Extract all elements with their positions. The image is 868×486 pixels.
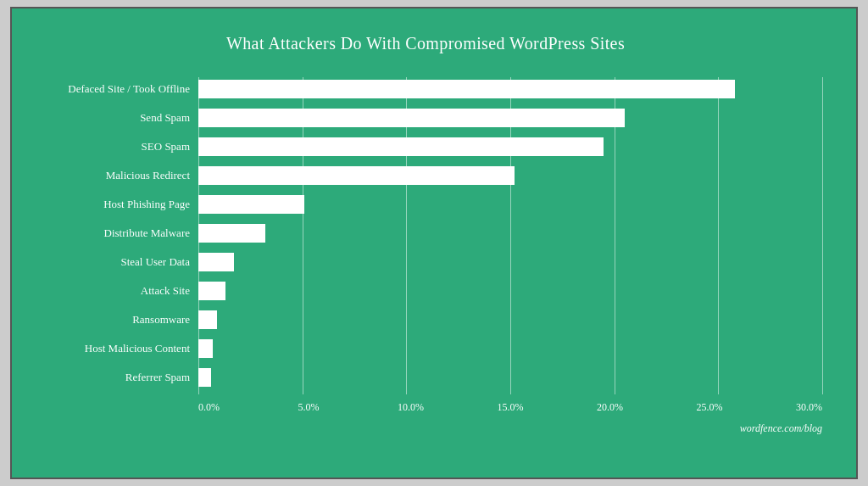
bar (198, 368, 211, 387)
bar (198, 137, 604, 156)
bar (198, 253, 234, 271)
bar (198, 195, 304, 214)
x-tick: 0.0% (198, 401, 298, 414)
bar-label: Send Spam (29, 111, 198, 125)
watermark: wordfence.com/blog (29, 422, 822, 435)
bar-chart: Defaced Site / Took OfflineSend SpamSEO … (29, 77, 822, 389)
bar-row: SEO Spam (29, 135, 822, 159)
bar-row: Host Phishing Page (29, 193, 822, 216)
bar-label: Referrer Spam (29, 371, 198, 384)
bar (198, 282, 225, 300)
x-axis: 0.0%5.0%10.0%15.0%20.0%25.0%30.0% (29, 401, 822, 414)
bar-row: Steal User Data (29, 250, 822, 274)
bar-row: Distribute Malware (29, 221, 822, 245)
bar-label: Host Malicious Content (29, 342, 198, 355)
bar-label: Attack Site (29, 284, 198, 298)
bar-container (198, 250, 822, 274)
bar-container (198, 77, 822, 101)
bar-label: Ransomware (29, 313, 198, 327)
x-tick: 15.0% (498, 401, 598, 414)
bar-container (198, 337, 822, 360)
bar-row: Host Malicious Content (29, 337, 822, 360)
bar (198, 109, 625, 127)
bar-label: Defaced Site / Took Offline (29, 82, 198, 96)
bar-row: Send Spam (29, 106, 822, 130)
bar-container (198, 135, 822, 159)
x-tick: 30.0% (796, 401, 822, 414)
bar-container (198, 193, 822, 216)
grid-line (822, 77, 823, 394)
bar-row: Malicious Redirect (29, 164, 822, 187)
bar-container (198, 221, 822, 245)
x-tick: 5.0% (298, 401, 398, 414)
bar-label: SEO Spam (29, 140, 198, 154)
bar-label: Steal User Data (29, 255, 198, 269)
bar-label: Host Phishing Page (29, 198, 198, 211)
chart-container: What Attackers Do With Compromised WordP… (10, 7, 858, 479)
bar-container (198, 366, 822, 389)
bar-container (198, 106, 822, 130)
bar-row: Ransomware (29, 308, 822, 332)
bar-row: Referrer Spam (29, 366, 822, 389)
bar-container (198, 279, 822, 303)
bar-row: Attack Site (29, 279, 822, 303)
x-tick: 20.0% (597, 401, 697, 414)
bar-container (198, 308, 822, 332)
bar-container (198, 164, 822, 187)
bar (198, 166, 515, 185)
chart-title: What Attackers Do With Compromised WordP… (29, 34, 822, 53)
bar (198, 224, 265, 243)
bar (198, 310, 217, 329)
x-tick: 25.0% (697, 401, 797, 414)
x-tick: 10.0% (398, 401, 498, 414)
bar (198, 339, 213, 358)
bar-row: Defaced Site / Took Offline (29, 77, 822, 101)
bar (198, 80, 735, 98)
bar-label: Malicious Redirect (29, 169, 198, 182)
bar-label: Distribute Malware (29, 226, 198, 240)
